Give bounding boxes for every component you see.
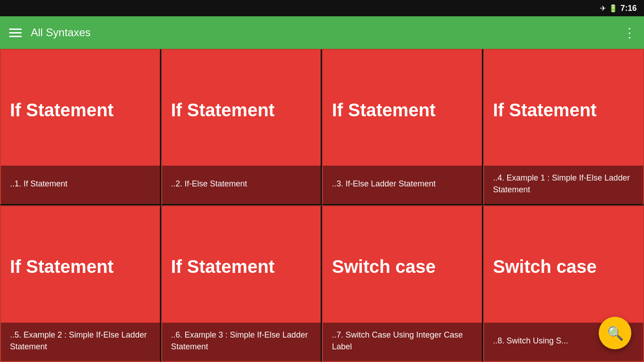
card-3-top: If Statement (323, 50, 482, 166)
card-5-top: If Statement (1, 206, 160, 323)
battery-icon: 🔋 (609, 4, 618, 13)
card-1[interactable]: If Statement ..1. If Statement (0, 49, 161, 205)
card-7-top: Switch case (323, 206, 482, 323)
status-time: 7:16 (620, 4, 637, 13)
card-3-subtitle: ..3. If-Else Ladder Statement (332, 178, 436, 190)
app-bar: All Syntaxes ⋮ (0, 16, 644, 49)
card-4-title: If Statement (493, 100, 597, 120)
card-7-title: Switch case (332, 257, 436, 277)
card-2[interactable]: If Statement ..2. If-Else Statement (161, 49, 322, 205)
card-5-title: If Statement (10, 257, 114, 277)
card-2-top: If Statement (162, 50, 321, 166)
airplane-icon: ✈ (600, 4, 606, 13)
card-4[interactable]: If Statement ..4. Example 1 : Simple If-… (483, 49, 644, 205)
card-7-bottom: ..7. Switch Case Using Integer Case Labe… (323, 323, 482, 361)
syntax-grid: If Statement ..1. If Statement If Statem… (0, 49, 644, 362)
card-4-top: If Statement (484, 50, 644, 166)
card-6-title: If Statement (171, 257, 275, 277)
card-4-subtitle: ..4. Example 1 : Simple If-Else Ladder S… (493, 172, 634, 195)
card-1-title: If Statement (10, 100, 114, 120)
hamburger-menu[interactable] (9, 29, 22, 37)
card-6-top: If Statement (162, 206, 321, 323)
card-7[interactable]: Switch case ..7. Switch Case Using Integ… (322, 205, 483, 362)
card-8-subtitle: ..8. Switch Using S... (493, 335, 568, 347)
search-fab[interactable]: 🔍 (599, 317, 631, 349)
card-5[interactable]: If Statement ..5. Example 2 : Simple If-… (0, 205, 161, 362)
card-6-bottom: ..6. Example 3 : Simple If-Else Ladder S… (162, 323, 321, 361)
status-bar-right: ✈ 🔋 7:16 (600, 4, 637, 13)
card-1-subtitle: ..1. If Statement (10, 178, 67, 190)
app-bar-title: All Syntaxes (31, 26, 91, 39)
card-3-title: If Statement (332, 100, 436, 120)
card-1-bottom: ..1. If Statement (1, 166, 160, 204)
app-bar-left: All Syntaxes (9, 26, 91, 39)
status-bar: ✈ 🔋 7:16 (0, 0, 644, 16)
card-5-subtitle: ..5. Example 2 : Simple If-Else Ladder S… (10, 329, 151, 352)
search-icon: 🔍 (607, 325, 624, 341)
card-3-bottom: ..3. If-Else Ladder Statement (323, 166, 482, 204)
more-options-icon[interactable]: ⋮ (623, 25, 635, 40)
card-8-top: Switch case (484, 206, 644, 323)
card-6-subtitle: ..6. Example 3 : Simple If-Else Ladder S… (171, 329, 312, 352)
card-5-bottom: ..5. Example 2 : Simple If-Else Ladder S… (1, 323, 160, 361)
card-7-subtitle: ..7. Switch Case Using Integer Case Labe… (332, 329, 473, 352)
card-2-bottom: ..2. If-Else Statement (162, 166, 321, 204)
card-8-title: Switch case (493, 257, 597, 277)
card-2-title: If Statement (171, 100, 275, 120)
card-6[interactable]: If Statement ..6. Example 3 : Simple If-… (161, 205, 322, 362)
card-4-bottom: ..4. Example 1 : Simple If-Else Ladder S… (484, 166, 644, 204)
card-1-top: If Statement (1, 50, 160, 166)
card-2-subtitle: ..2. If-Else Statement (171, 178, 247, 190)
card-3[interactable]: If Statement ..3. If-Else Ladder Stateme… (322, 49, 483, 205)
